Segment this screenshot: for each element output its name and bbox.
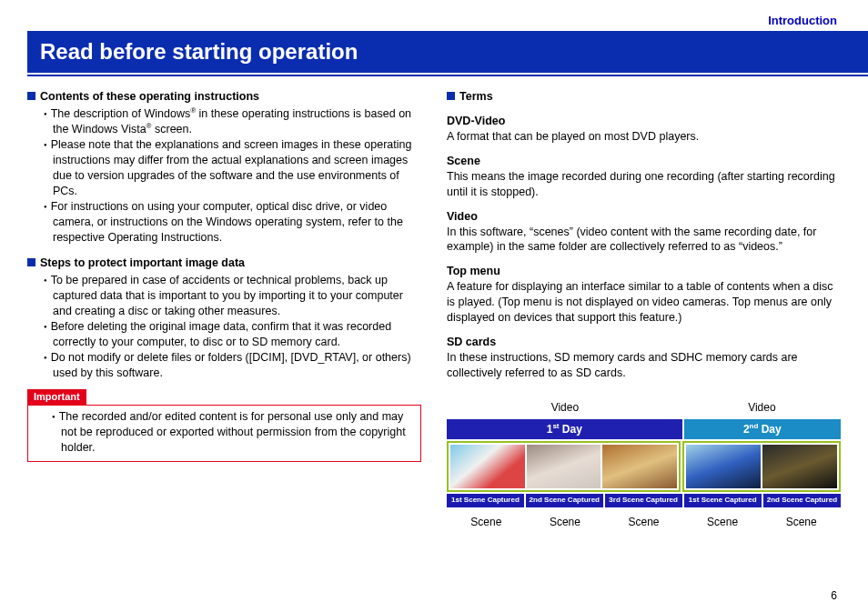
scene-label: Scene [604,515,683,529]
scene-label: Scene [447,515,526,529]
section-heading-text: Contents of these operating instructions [40,90,259,103]
scene-caption: 2nd Scene Captured [763,494,841,507]
scene-thumbnail [450,445,525,488]
film-strip-segment [447,441,681,492]
scene-label: Scene [683,515,762,529]
section-heading-text: Terms [459,90,493,103]
film-strip-segment [682,441,841,492]
list-item: To be prepared in case of accidents or t… [44,273,421,319]
bullet-square-icon [447,92,455,100]
day-header-1: 1st Day [447,419,682,439]
list-item: For instructions on using your computer,… [44,199,421,246]
list-item: Do not modify or delete files or folders… [44,350,421,381]
section-heading-steps: Steps to protect important image data [27,256,421,271]
day-header-2: 2nd Day [684,419,841,439]
scene-thumbnail [527,445,601,488]
scene-thumbnail [762,445,837,488]
term-body: In these instructions, SD memory cards a… [447,350,841,381]
section-heading-contents: Contents of these operating instructions [27,89,421,105]
list-item: The recorded and/or edited content is fo… [52,409,413,456]
term-heading: SD cards [447,335,841,350]
video-scene-diagram: Video Video 1st Day 2nd Day [447,400,841,528]
page-number: 6 [831,588,837,603]
important-box: The recorded and/or edited content is fo… [27,405,421,462]
list-item: The description of Windows® in these ope… [44,106,421,137]
video-label: Video [683,400,841,415]
scene-label: Scene [762,515,841,529]
bullet-square-icon [27,92,35,100]
term-heading: Video [447,209,841,225]
list-item: Please note that the explanations and sc… [44,137,421,199]
scene-caption: 3rd Scene Captured [605,494,682,507]
important-badge: Important [27,389,86,405]
scene-thumbnail [686,445,761,488]
section-heading-terms: Terms [447,89,841,105]
text: The description of Windows [51,107,191,120]
term-body: In this software, “scenes” (video conten… [447,225,841,256]
list-item: Before deleting the original image data,… [44,319,421,350]
term-heading: Scene [447,154,841,169]
scene-caption: 1st Scene Captured [447,494,524,507]
section-heading-text: Steps to protect important image data [40,256,245,269]
scene-thumbnail [602,445,677,488]
term-heading: Top menu [447,264,841,279]
page-title: Read before starting operation [27,31,868,73]
video-label: Video [447,400,683,415]
term-body: A format that can be played on most DVD … [447,129,841,145]
category-link[interactable]: Introduction [768,13,837,29]
term-body: A feature for displaying an interface si… [447,279,841,326]
scene-caption: 2nd Scene Captured [526,494,603,507]
text: screen. [152,123,192,135]
scene-caption: 1st Scene Captured [684,494,762,507]
term-body: This means the image recorded during one… [447,169,841,200]
term-heading: DVD-Video [447,114,841,129]
title-underline [27,75,868,76]
bullet-square-icon [27,258,35,266]
scene-label: Scene [526,515,605,529]
